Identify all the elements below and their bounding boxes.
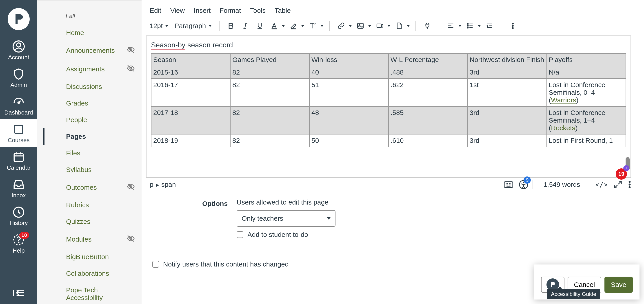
fullscreen-button[interactable] xyxy=(614,180,622,189)
link-warriors[interactable]: Warriors xyxy=(551,96,576,104)
menu-table[interactable]: Table xyxy=(274,7,291,14)
menu-edit[interactable]: Edit xyxy=(150,7,161,14)
table-row: 2015-16 82 40 .488 3rd N/a xyxy=(151,66,626,79)
course-nav-grades[interactable]: Grades xyxy=(43,95,142,112)
course-nav-syllabus[interactable]: Syllabus xyxy=(43,161,142,178)
block-format-select[interactable]: Paragraph xyxy=(172,21,214,31)
underline-button[interactable] xyxy=(254,20,266,32)
course-nav-quizzes[interactable]: Quizzes xyxy=(43,213,142,230)
nav-dashboard[interactable]: Dashboard xyxy=(0,92,37,119)
tooltip: Accessibility Guide xyxy=(547,289,600,299)
svg-point-22 xyxy=(512,27,513,28)
nav-admin[interactable]: Admin xyxy=(0,64,37,92)
svg-rect-11 xyxy=(272,28,276,29)
nav-history[interactable]: History xyxy=(0,202,37,230)
chevron-down-icon xyxy=(478,25,481,27)
rich-text-editor[interactable]: Season-by season record Season Games Pla… xyxy=(146,36,630,177)
nav-help[interactable]: 10 Help xyxy=(0,230,37,257)
hidden-icon xyxy=(127,183,135,192)
svg-rect-14 xyxy=(358,23,363,28)
student-todo-checkbox[interactable] xyxy=(236,231,243,238)
app-plugin-button[interactable] xyxy=(421,20,434,32)
course-nav-modules[interactable]: Modules xyxy=(43,230,142,249)
svg-point-27 xyxy=(629,184,630,185)
notify-checkbox[interactable] xyxy=(152,261,159,268)
edit-permissions-select[interactable]: Only teachers xyxy=(236,210,336,227)
superscript-button[interactable]: 2 xyxy=(307,20,324,32)
page-options: Options Users allowed to edit this page … xyxy=(142,191,644,243)
collapse-nav-button[interactable] xyxy=(12,283,25,304)
editor-frame: Season-by season record Season Games Pla… xyxy=(146,35,631,178)
svg-rect-3 xyxy=(14,153,23,161)
chevron-down-icon xyxy=(165,25,168,27)
svg-text:2: 2 xyxy=(314,22,316,25)
student-todo-label: Add to student to-do xyxy=(248,231,308,239)
gauge-icon xyxy=(12,96,25,108)
align-button[interactable] xyxy=(445,20,462,32)
a11y-checker-button[interactable]: 9 xyxy=(519,180,528,189)
user-icon xyxy=(12,40,25,52)
nav-calendar[interactable]: Calendar xyxy=(0,147,37,174)
bold-button[interactable] xyxy=(225,20,237,32)
nav-courses[interactable]: Courses xyxy=(0,119,37,147)
text-color-button[interactable] xyxy=(268,20,285,32)
nav-label: Courses xyxy=(8,137,30,144)
chevron-down-icon xyxy=(320,25,324,27)
media-button[interactable] xyxy=(374,20,391,32)
font-size-select[interactable]: 12pt xyxy=(148,21,170,31)
course-nav-assignments[interactable]: Assignments xyxy=(43,60,142,78)
chevron-down-icon xyxy=(301,25,304,27)
list-button[interactable] xyxy=(464,20,481,32)
image-button[interactable] xyxy=(354,20,372,32)
highlight-button[interactable] xyxy=(288,20,304,32)
chevron-down-icon xyxy=(282,25,285,27)
edit-permissions-label: Users allowed to edit this page xyxy=(236,199,336,206)
course-nav-popetech[interactable]: Pope Tech Accessibility xyxy=(43,282,142,304)
menu-tools[interactable]: Tools xyxy=(250,7,266,14)
course-nav-rubrics[interactable]: Rubrics xyxy=(43,197,142,213)
course-nav-bigbluebutton[interactable]: BigBlueButton xyxy=(43,249,142,265)
course-nav-people[interactable]: People xyxy=(43,112,142,128)
course-nav-home[interactable]: Home xyxy=(43,24,142,41)
svg-point-21 xyxy=(512,25,513,26)
editor-statusbar: p ▸ span 9 1,549 words </> xyxy=(142,178,644,191)
course-nav-announcements[interactable]: Announcements xyxy=(43,41,142,60)
more-status-button[interactable] xyxy=(628,181,631,189)
course-nav-outcomes[interactable]: Outcomes xyxy=(43,178,142,197)
menu-format[interactable]: Format xyxy=(220,7,241,14)
nav-label: Inbox xyxy=(12,192,26,199)
menu-view[interactable]: View xyxy=(170,7,185,14)
main-content: Edit View Insert Format Tools Table 12pt… xyxy=(142,0,644,304)
course-nav-files[interactable]: Files xyxy=(43,145,142,161)
document-button[interactable] xyxy=(393,20,410,32)
svg-rect-12 xyxy=(291,28,296,29)
save-button[interactable]: Save xyxy=(604,277,633,293)
table-row: 2016-17 82 51 .622 1st Lost in Conferenc… xyxy=(151,79,626,106)
action-panel: Cancel Save Accessibility Guide xyxy=(534,265,640,300)
nav-label: Dashboard xyxy=(4,109,33,116)
italic-button[interactable] xyxy=(239,20,252,32)
notify-label: Notify users that this content has chang… xyxy=(163,261,289,268)
table-header-row: Season Games Played Win-loss W-L Percent… xyxy=(151,53,626,66)
keyboard-shortcuts-button[interactable] xyxy=(504,181,513,188)
app-logo[interactable] xyxy=(8,8,30,30)
nav-account[interactable]: Account xyxy=(0,36,37,64)
course-nav-pages[interactable]: Pages xyxy=(43,128,142,145)
help-badge: 10 xyxy=(19,232,29,239)
book-icon xyxy=(12,123,25,135)
course-nav-discussions[interactable]: Discussions xyxy=(43,78,142,95)
link-button[interactable] xyxy=(335,20,352,32)
chevron-down-icon xyxy=(406,25,410,27)
link-rockets[interactable]: Rockets xyxy=(551,124,575,132)
html-editor-button[interactable]: </> xyxy=(596,181,608,189)
more-button[interactable] xyxy=(507,20,519,32)
outdent-button[interactable] xyxy=(483,20,496,32)
nav-inbox[interactable]: Inbox xyxy=(0,174,37,202)
hidden-icon xyxy=(127,234,135,244)
course-nav-collaborations[interactable]: Collaborations xyxy=(43,265,142,282)
element-path[interactable]: p ▸ span xyxy=(150,181,176,189)
hidden-icon xyxy=(127,45,135,55)
svg-point-20 xyxy=(512,23,513,24)
menu-insert[interactable]: Insert xyxy=(194,7,210,14)
word-count[interactable]: 1,549 words xyxy=(543,181,580,188)
